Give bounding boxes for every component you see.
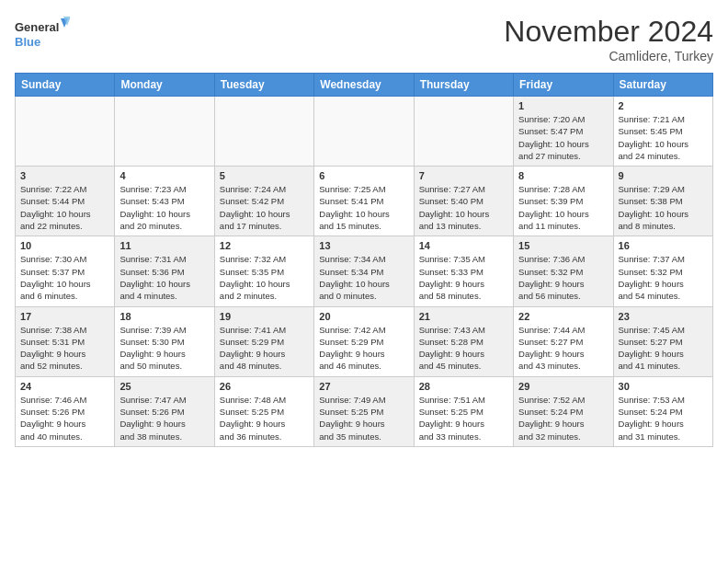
day-info: Sunrise: 7:29 AM Sunset: 5:38 PM Dayligh… (619, 183, 708, 232)
calendar-cell: 9Sunrise: 7:29 AM Sunset: 5:38 PM Daylig… (613, 167, 712, 236)
day-info: Sunrise: 7:45 AM Sunset: 5:27 PM Dayligh… (619, 324, 708, 373)
calendar-cell: 7Sunrise: 7:27 AM Sunset: 5:40 PM Daylig… (414, 167, 513, 236)
day-number: 13 (319, 240, 408, 251)
dow-header: Thursday (414, 74, 513, 97)
day-number: 3 (20, 170, 109, 181)
day-info: Sunrise: 7:21 AM Sunset: 5:45 PM Dayligh… (619, 113, 708, 162)
day-info: Sunrise: 7:47 AM Sunset: 5:26 PM Dayligh… (119, 394, 209, 442)
calendar-cell: 10Sunrise: 7:30 AM Sunset: 5:37 PM Dayli… (16, 236, 115, 306)
calendar-cell: 2Sunrise: 7:21 AM Sunset: 5:45 PM Daylig… (613, 97, 712, 167)
day-number: 19 (220, 311, 309, 322)
dow-header: Wednesday (314, 74, 414, 97)
day-number: 12 (220, 240, 309, 251)
day-info: Sunrise: 7:30 AM Sunset: 5:37 PM Dayligh… (20, 253, 109, 302)
calendar-cell: 13Sunrise: 7:34 AM Sunset: 5:34 PM Dayli… (314, 236, 414, 306)
day-number: 17 (20, 311, 109, 322)
calendar-cell: 20Sunrise: 7:42 AM Sunset: 5:29 PM Dayli… (314, 306, 414, 376)
day-number: 10 (20, 240, 109, 251)
calendar-cell: 29Sunrise: 7:52 AM Sunset: 5:24 PM Dayli… (514, 376, 613, 446)
day-info: Sunrise: 7:28 AM Sunset: 5:39 PM Dayligh… (518, 183, 608, 232)
calendar-cell: 12Sunrise: 7:32 AM Sunset: 5:35 PM Dayli… (214, 236, 313, 306)
day-number: 14 (419, 240, 508, 251)
calendar-cell: 19Sunrise: 7:41 AM Sunset: 5:29 PM Dayli… (214, 306, 313, 376)
calendar-cell: 11Sunrise: 7:31 AM Sunset: 5:36 PM Dayli… (115, 236, 214, 306)
day-info: Sunrise: 7:51 AM Sunset: 5:25 PM Dayligh… (419, 394, 508, 442)
day-info: Sunrise: 7:31 AM Sunset: 5:36 PM Dayligh… (119, 253, 209, 302)
dow-header: Sunday (16, 74, 115, 97)
day-info: Sunrise: 7:52 AM Sunset: 5:24 PM Dayligh… (518, 394, 608, 442)
day-number: 23 (619, 311, 708, 322)
day-number: 24 (20, 381, 109, 392)
day-info: Sunrise: 7:36 AM Sunset: 5:32 PM Dayligh… (518, 253, 608, 302)
calendar-cell: 16Sunrise: 7:37 AM Sunset: 5:32 PM Dayli… (613, 236, 712, 306)
svg-text:General: General (15, 20, 59, 34)
day-number: 9 (619, 170, 708, 181)
calendar-cell: 26Sunrise: 7:48 AM Sunset: 5:25 PM Dayli… (214, 376, 313, 446)
calendar-table: SundayMondayTuesdayWednesdayThursdayFrid… (15, 73, 713, 447)
dow-header: Tuesday (214, 74, 313, 97)
calendar-cell (414, 97, 513, 167)
day-number: 30 (619, 381, 708, 392)
svg-text:Blue: Blue (15, 35, 40, 49)
calendar-cell: 4Sunrise: 7:23 AM Sunset: 5:43 PM Daylig… (115, 167, 214, 236)
dow-header: Friday (514, 74, 613, 97)
day-info: Sunrise: 7:32 AM Sunset: 5:35 PM Dayligh… (220, 253, 309, 302)
day-number: 15 (518, 240, 608, 251)
location: Camlidere, Turkey (504, 49, 713, 63)
month-title: November 2024 (504, 15, 713, 49)
calendar-cell (314, 97, 414, 167)
dow-header: Monday (115, 74, 214, 97)
day-number: 2 (619, 100, 708, 111)
calendar-cell: 6Sunrise: 7:25 AM Sunset: 5:41 PM Daylig… (314, 167, 414, 236)
calendar-cell: 1Sunrise: 7:20 AM Sunset: 5:47 PM Daylig… (514, 97, 613, 167)
dow-header: Saturday (613, 74, 712, 97)
day-info: Sunrise: 7:20 AM Sunset: 5:47 PM Dayligh… (518, 113, 608, 162)
day-info: Sunrise: 7:35 AM Sunset: 5:33 PM Dayligh… (419, 253, 508, 302)
calendar-cell (115, 97, 214, 167)
calendar-cell: 24Sunrise: 7:46 AM Sunset: 5:26 PM Dayli… (16, 376, 115, 446)
day-number: 6 (319, 170, 408, 181)
day-number: 16 (619, 240, 708, 251)
logo: General Blue (15, 15, 70, 55)
day-number: 27 (319, 381, 408, 392)
calendar-cell: 14Sunrise: 7:35 AM Sunset: 5:33 PM Dayli… (414, 236, 513, 306)
calendar-cell: 28Sunrise: 7:51 AM Sunset: 5:25 PM Dayli… (414, 376, 513, 446)
day-info: Sunrise: 7:48 AM Sunset: 5:25 PM Dayligh… (220, 394, 309, 442)
calendar-cell: 15Sunrise: 7:36 AM Sunset: 5:32 PM Dayli… (514, 236, 613, 306)
calendar-cell (214, 97, 313, 167)
calendar-cell: 5Sunrise: 7:24 AM Sunset: 5:42 PM Daylig… (214, 167, 313, 236)
day-number: 1 (518, 100, 608, 111)
day-number: 26 (220, 381, 309, 392)
day-number: 29 (518, 381, 608, 392)
calendar-cell: 23Sunrise: 7:45 AM Sunset: 5:27 PM Dayli… (613, 306, 712, 376)
day-info: Sunrise: 7:23 AM Sunset: 5:43 PM Dayligh… (119, 183, 209, 232)
day-number: 28 (419, 381, 508, 392)
day-info: Sunrise: 7:46 AM Sunset: 5:26 PM Dayligh… (20, 394, 109, 442)
day-number: 18 (119, 311, 209, 322)
day-number: 7 (419, 170, 508, 181)
day-info: Sunrise: 7:53 AM Sunset: 5:24 PM Dayligh… (619, 394, 708, 442)
calendar-cell: 3Sunrise: 7:22 AM Sunset: 5:44 PM Daylig… (16, 167, 115, 236)
page-header: General Blue November 2024 Camlidere, Tu… (15, 15, 713, 63)
day-info: Sunrise: 7:49 AM Sunset: 5:25 PM Dayligh… (319, 394, 408, 442)
day-info: Sunrise: 7:34 AM Sunset: 5:34 PM Dayligh… (319, 253, 408, 302)
calendar-cell: 30Sunrise: 7:53 AM Sunset: 5:24 PM Dayli… (613, 376, 712, 446)
calendar-cell: 21Sunrise: 7:43 AM Sunset: 5:28 PM Dayli… (414, 306, 513, 376)
day-info: Sunrise: 7:44 AM Sunset: 5:27 PM Dayligh… (518, 324, 608, 373)
day-info: Sunrise: 7:43 AM Sunset: 5:28 PM Dayligh… (419, 324, 508, 373)
calendar-cell (16, 97, 115, 167)
calendar-cell: 25Sunrise: 7:47 AM Sunset: 5:26 PM Dayli… (115, 376, 214, 446)
day-info: Sunrise: 7:27 AM Sunset: 5:40 PM Dayligh… (419, 183, 508, 232)
calendar-cell: 22Sunrise: 7:44 AM Sunset: 5:27 PM Dayli… (514, 306, 613, 376)
day-info: Sunrise: 7:24 AM Sunset: 5:42 PM Dayligh… (220, 183, 309, 232)
calendar-cell: 18Sunrise: 7:39 AM Sunset: 5:30 PM Dayli… (115, 306, 214, 376)
day-info: Sunrise: 7:39 AM Sunset: 5:30 PM Dayligh… (119, 324, 209, 373)
day-info: Sunrise: 7:22 AM Sunset: 5:44 PM Dayligh… (20, 183, 109, 232)
title-block: November 2024 Camlidere, Turkey (504, 15, 713, 63)
day-number: 21 (419, 311, 508, 322)
day-number: 8 (518, 170, 608, 181)
day-number: 25 (119, 381, 209, 392)
day-info: Sunrise: 7:38 AM Sunset: 5:31 PM Dayligh… (20, 324, 109, 373)
day-number: 22 (518, 311, 608, 322)
day-number: 4 (119, 170, 209, 181)
